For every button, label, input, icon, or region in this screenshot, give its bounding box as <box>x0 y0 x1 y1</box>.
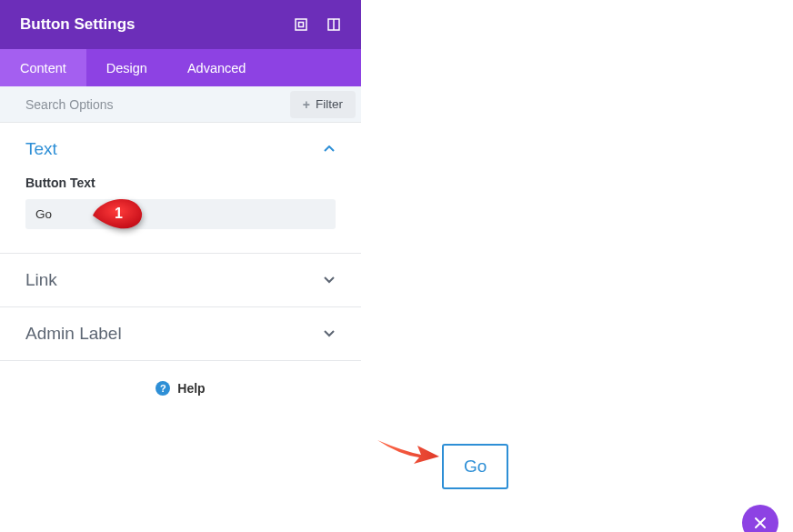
button-text-label: Button Text <box>25 176 336 190</box>
chevron-down-icon <box>323 327 336 340</box>
section-admin-label: Admin Label <box>0 307 361 361</box>
section-link-header[interactable]: Link <box>0 254 361 306</box>
expand-icon[interactable] <box>294 17 308 32</box>
header-icons <box>294 17 341 32</box>
panel-header: Button Settings <box>0 0 361 49</box>
close-fab[interactable] <box>742 505 778 532</box>
help-icon: ? <box>156 381 170 396</box>
close-icon <box>754 517 767 529</box>
settings-panel: Button Settings Content Design Advanced … <box>0 0 361 532</box>
filter-label: Filter <box>316 97 343 111</box>
section-link: Link <box>0 254 361 307</box>
help-button[interactable]: ? Help <box>0 361 361 416</box>
tabs: Content Design Advanced <box>0 49 361 86</box>
svg-rect-1 <box>299 23 304 27</box>
svg-rect-0 <box>296 19 306 30</box>
section-text-header[interactable]: Text <box>0 123 361 176</box>
tab-design[interactable]: Design <box>86 49 167 86</box>
search-input[interactable] <box>0 86 290 122</box>
section-text-title: Text <box>25 139 57 159</box>
section-link-title: Link <box>25 270 57 290</box>
section-text-body: Button Text <box>0 176 361 253</box>
section-admin-label-header[interactable]: Admin Label <box>0 307 361 360</box>
chevron-up-icon <box>323 143 336 156</box>
panel-title: Button Settings <box>20 15 136 34</box>
tab-content[interactable]: Content <box>0 49 86 86</box>
chevron-down-icon <box>323 274 336 286</box>
search-row: + Filter <box>0 86 361 123</box>
plus-icon: + <box>303 97 310 112</box>
section-text: Text Button Text <box>0 123 361 254</box>
section-admin-label-title: Admin Label <box>25 324 122 344</box>
tab-advanced[interactable]: Advanced <box>167 49 266 86</box>
help-label: Help <box>177 381 205 396</box>
column-icon[interactable] <box>326 17 341 32</box>
filter-button[interactable]: + Filter <box>290 91 356 118</box>
annotation-arrow <box>376 435 441 466</box>
button-text-input[interactable] <box>25 199 336 229</box>
preview-go-button[interactable]: Go <box>442 444 508 489</box>
